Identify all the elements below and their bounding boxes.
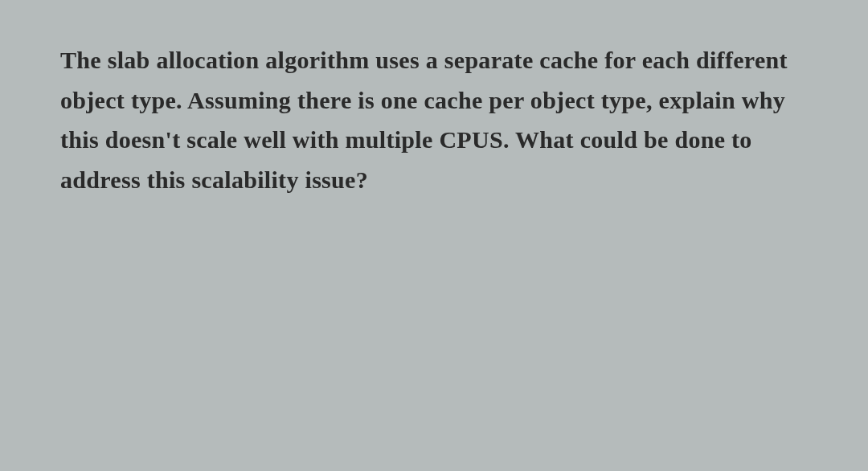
question-text: The slab allocation algorithm uses a sep…	[60, 40, 808, 199]
